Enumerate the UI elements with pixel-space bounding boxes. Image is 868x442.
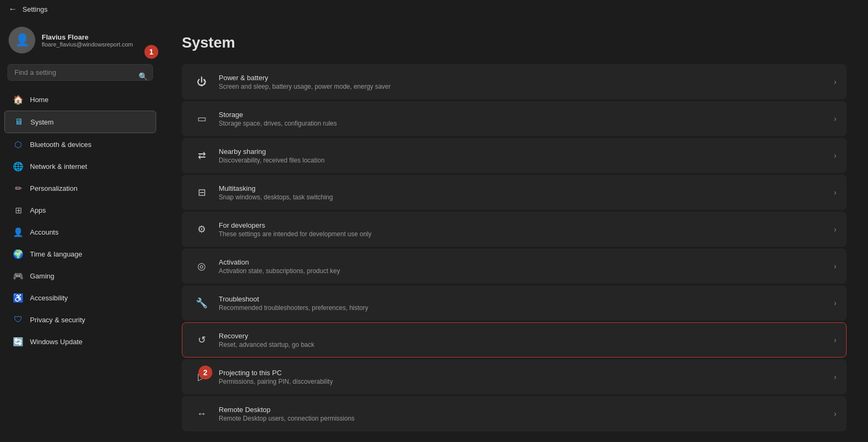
chevron-right-icon: › <box>834 409 836 418</box>
user-info: Flavius Floare floare_flavius@windowsrep… <box>42 33 133 48</box>
settings-item-text-power: Power & batteryScreen and sleep, battery… <box>219 74 834 90</box>
user-profile[interactable]: 👤 Flavius Floare floare_flavius@windowsr… <box>0 18 160 64</box>
settings-item-text-dev: For developersThese settings are intende… <box>219 221 834 238</box>
nearby-icon: ⇄ <box>192 146 211 165</box>
sidebar-item-label-accounts: Accounts <box>30 228 58 236</box>
gaming-icon: 🎮 <box>13 270 24 281</box>
content-title: System <box>182 34 847 51</box>
settings-item-title-troubleshoot: Troubleshoot <box>219 295 834 303</box>
multitask-icon: ⊟ <box>192 183 211 202</box>
accessibility-icon: ♿ <box>13 292 24 303</box>
settings-item-title-activation: Activation <box>219 258 834 266</box>
back-button[interactable]: ← <box>9 4 17 14</box>
sidebar-item-label-time: Time & language <box>30 250 82 258</box>
sidebar-item-time[interactable]: 🌍Time & language <box>4 243 156 265</box>
settings-item-recovery[interactable]: ↺RecoveryReset, advanced startup, go bac… <box>182 322 847 358</box>
sidebar-item-privacy[interactable]: 🛡Privacy & security <box>4 309 156 330</box>
sidebar-item-home[interactable]: 🏠Home <box>4 89 156 110</box>
settings-item-projecting[interactable]: ▷Projecting to this PCPermissions, pairi… <box>182 359 847 394</box>
chevron-right-icon: › <box>834 299 836 307</box>
settings-item-sub-activation: Activation state, subscriptions, product… <box>219 267 834 275</box>
personalization-icon: ✏ <box>13 183 24 193</box>
recovery-icon: ↺ <box>192 330 211 350</box>
bluetooth-icon: ⬡ <box>13 139 24 150</box>
chevron-right-icon: › <box>834 114 836 123</box>
sidebar-item-personalization[interactable]: ✏Personalization <box>4 177 156 199</box>
settings-item-activation[interactable]: ◎ActivationActivation state, subscriptio… <box>182 249 847 284</box>
settings-item-title-projecting: Projecting to this PC <box>219 369 834 377</box>
chevron-right-icon: › <box>834 262 836 270</box>
settings-item-multitask[interactable]: ⊟MultitaskingSnap windows, desktops, tas… <box>182 175 847 210</box>
sidebar-item-bluetooth[interactable]: ⬡Bluetooth & devices <box>4 134 156 155</box>
chevron-right-icon: › <box>834 188 836 197</box>
update-icon: 🔄 <box>13 336 24 347</box>
sidebar-item-label-bluetooth: Bluetooth & devices <box>30 141 91 149</box>
sidebar: 👤 Flavius Floare floare_flavius@windowsr… <box>0 18 160 442</box>
settings-item-troubleshoot[interactable]: 🔧TroubleshootRecommended troubleshooters… <box>182 285 847 321</box>
chevron-right-icon: › <box>834 225 836 234</box>
settings-list: ⏻Power & batteryScreen and sleep, batter… <box>182 64 847 431</box>
settings-item-sub-storage: Storage space, drives, configuration rul… <box>219 120 834 127</box>
settings-item-sub-troubleshoot: Recommended troubleshooters, preferences… <box>219 304 834 312</box>
troubleshoot-icon: 🔧 <box>192 293 211 313</box>
activation-icon: ◎ <box>192 257 211 276</box>
settings-item-text-storage: StorageStorage space, drives, configurat… <box>219 111 834 127</box>
sidebar-item-update[interactable]: 🔄Windows Update <box>4 331 156 352</box>
settings-item-title-storage: Storage <box>219 111 834 119</box>
settings-item-title-power: Power & battery <box>219 74 834 82</box>
settings-item-title-nearby: Nearby sharing <box>219 148 834 156</box>
settings-item-power[interactable]: ⏻Power & batteryScreen and sleep, batter… <box>182 64 847 99</box>
sidebar-item-accounts[interactable]: 👤Accounts <box>4 221 156 243</box>
time-icon: 🌍 <box>13 249 24 259</box>
settings-item-sub-recovery: Reset, advanced startup, go back <box>219 341 834 348</box>
sidebar-item-apps[interactable]: ⊞Apps <box>4 199 156 221</box>
settings-item-remote[interactable]: ↔Remote DesktopRemote Desktop users, con… <box>182 396 847 431</box>
settings-item-title-dev: For developers <box>219 221 834 229</box>
sidebar-item-network[interactable]: 🌐Network & internet <box>4 156 156 177</box>
settings-item-title-recovery: Recovery <box>219 332 834 340</box>
sidebar-item-label-accessibility: Accessibility <box>30 294 68 302</box>
settings-item-sub-remote: Remote Desktop users, connection permiss… <box>219 415 834 422</box>
settings-item-dev[interactable]: ⚙For developersThese settings are intend… <box>182 212 847 247</box>
sidebar-item-label-network: Network & internet <box>30 162 87 170</box>
settings-item-sub-nearby: Discoverability, received files location <box>219 157 834 164</box>
search-input[interactable] <box>7 64 153 81</box>
sidebar-item-accessibility[interactable]: ♿Accessibility <box>4 287 156 308</box>
sidebar-item-label-personalization: Personalization <box>30 184 78 192</box>
sidebar-item-label-apps: Apps <box>30 206 46 214</box>
user-email: floare_flavius@windowsreport.com <box>42 41 133 48</box>
content-area: System ⏻Power & batteryScreen and sleep,… <box>160 18 868 442</box>
home-icon: 🏠 <box>13 94 24 105</box>
settings-item-text-troubleshoot: TroubleshootRecommended troubleshooters,… <box>219 295 834 312</box>
network-icon: 🌐 <box>13 161 24 172</box>
sidebar-item-system[interactable]: 🖥System <box>4 111 156 133</box>
storage-icon: ▭ <box>192 109 211 128</box>
settings-item-text-activation: ActivationActivation state, subscription… <box>219 258 834 275</box>
search-container: 🔍 1 <box>0 64 160 88</box>
sidebar-item-label-system: System <box>30 118 53 126</box>
app-title: Settings <box>22 5 48 13</box>
sidebar-item-label-privacy: Privacy & security <box>30 316 85 324</box>
settings-item-sub-multitask: Snap windows, desktops, task switching <box>219 193 834 201</box>
user-name: Flavius Floare <box>42 33 133 41</box>
settings-item-text-remote: Remote DesktopRemote Desktop users, conn… <box>219 406 834 422</box>
sidebar-item-label-gaming: Gaming <box>30 272 55 280</box>
accounts-icon: 👤 <box>13 227 24 237</box>
settings-item-sub-projecting: Permissions, pairing PIN, discoverabilit… <box>219 378 834 385</box>
title-bar: ← Settings <box>0 0 868 18</box>
sidebar-item-label-update: Windows Update <box>30 338 82 346</box>
privacy-icon: 🛡 <box>13 314 24 325</box>
settings-item-nearby[interactable]: ⇄Nearby sharingDiscoverability, received… <box>182 138 847 173</box>
settings-item-sub-dev: These settings are intended for developm… <box>219 230 834 238</box>
sidebar-item-label-home: Home <box>30 96 49 104</box>
settings-item-title-multitask: Multitasking <box>219 184 834 192</box>
projecting-icon: ▷ <box>192 367 211 386</box>
sidebar-item-gaming[interactable]: 🎮Gaming <box>4 265 156 286</box>
chevron-right-icon: › <box>834 373 836 381</box>
main-layout: 👤 Flavius Floare floare_flavius@windowsr… <box>0 18 868 442</box>
settings-item-storage[interactable]: ▭StorageStorage space, drives, configura… <box>182 101 847 136</box>
settings-item-text-projecting: Projecting to this PCPermissions, pairin… <box>219 369 834 385</box>
power-icon: ⏻ <box>192 72 211 91</box>
remote-icon: ↔ <box>192 404 211 423</box>
system-icon: 🖥 <box>13 117 24 127</box>
